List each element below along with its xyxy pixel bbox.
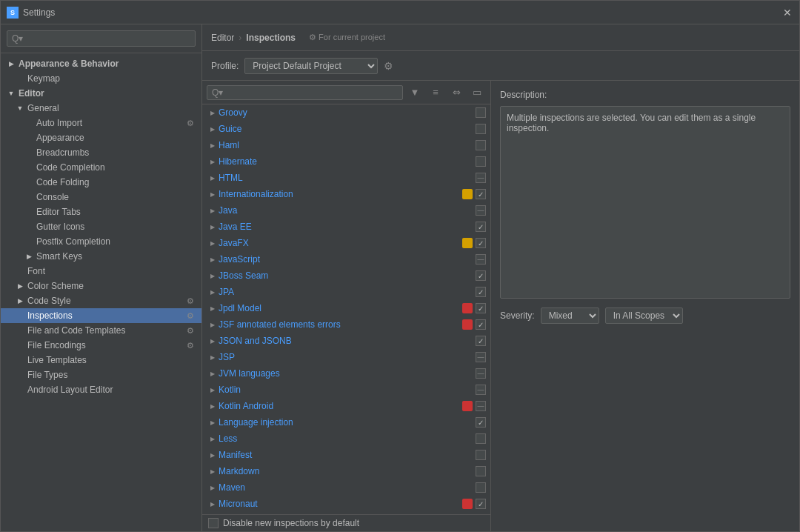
- inspection-checkbox[interactable]: [476, 352, 486, 362]
- inspection-checkbox[interactable]: [476, 238, 486, 248]
- inspection-checkbox[interactable]: [476, 270, 486, 281]
- sidebar-item-gutter-icons[interactable]: Gutter Icons: [1, 219, 201, 234]
- sidebar-item-file-code-templates[interactable]: File and Code Templates⚙: [1, 323, 201, 338]
- inspection-checkbox[interactable]: [476, 482, 486, 493]
- sidebar-item-keymap[interactable]: Keymap: [1, 71, 201, 86]
- inspection-row[interactable]: ▶Micronaut: [202, 496, 490, 512]
- collapse-all-button[interactable]: ⇔: [447, 84, 465, 101]
- breadcrumb-current: Inspections: [246, 33, 296, 43]
- inspection-checkbox[interactable]: [476, 433, 486, 444]
- tree-arrow-icon: [24, 237, 33, 246]
- inspection-row[interactable]: ▶Less: [202, 430, 490, 447]
- inspection-row[interactable]: ▶Java: [202, 202, 490, 219]
- inspection-row[interactable]: ▶Jpdl Model: [202, 300, 490, 316]
- sidebar-item-auto-import[interactable]: Auto Import⚙: [1, 116, 201, 130]
- filter-button[interactable]: ▼: [406, 84, 424, 101]
- export-button[interactable]: ▭: [468, 84, 486, 101]
- svg-text:S: S: [10, 9, 15, 16]
- description-text: Multiple inspections are selected. You c…: [507, 113, 756, 133]
- inspection-checkbox[interactable]: [476, 303, 486, 313]
- inspection-row[interactable]: ▶Kotlin: [202, 382, 490, 398]
- sidebar-item-postfix-completion[interactable]: Postfix Completion: [1, 234, 201, 249]
- inspection-row[interactable]: ▶JavaScript: [202, 251, 490, 267]
- sidebar-item-color-scheme[interactable]: Color Scheme: [1, 279, 201, 293]
- sidebar-item-breadcrumbs[interactable]: Breadcrumbs: [1, 145, 201, 160]
- sidebar-settings-icon: ⚙: [185, 340, 196, 350]
- inspection-row[interactable]: ▶JSON and JSONB: [202, 333, 490, 349]
- breadcrumb-separator: ›: [239, 33, 241, 43]
- inspection-checkbox[interactable]: [476, 417, 486, 428]
- description-panel: Description: Multiple inspections are se…: [491, 81, 799, 531]
- sidebar-item-file-types[interactable]: File Types: [1, 368, 201, 382]
- inspection-checkbox[interactable]: [476, 401, 486, 411]
- inspection-checkbox[interactable]: [476, 156, 486, 167]
- sidebar-item-code-folding[interactable]: Code Folding: [1, 175, 201, 190]
- sidebar-search-input[interactable]: [7, 30, 196, 47]
- inspection-checkbox[interactable]: [476, 173, 486, 183]
- sidebar-item-editor-tabs[interactable]: Editor Tabs: [1, 205, 201, 219]
- inspection-row[interactable]: ▶JSF annotated elements errors: [202, 316, 490, 333]
- inspection-checkbox[interactable]: [476, 368, 486, 379]
- inspection-checkbox[interactable]: [476, 466, 486, 476]
- inspection-checkbox[interactable]: [476, 319, 486, 330]
- inspection-row[interactable]: ▶Guice: [202, 121, 490, 137]
- sidebar-item-label: Code Style: [27, 296, 182, 306]
- inspection-checkbox[interactable]: [476, 254, 486, 265]
- inspection-row[interactable]: ▶Hibernate: [202, 153, 490, 170]
- inspection-checkbox[interactable]: [476, 205, 486, 216]
- severity-select[interactable]: Mixed Error Warning Info: [541, 307, 599, 324]
- sidebar: Appearance & BehaviorKeymapEditorGeneral…: [1, 24, 202, 531]
- sidebar-item-appearance-behavior[interactable]: Appearance & Behavior: [1, 56, 201, 71]
- sidebar-item-general[interactable]: General: [1, 101, 201, 116]
- sidebar-item-editor[interactable]: Editor: [1, 86, 201, 101]
- expand-all-button[interactable]: ≡: [427, 84, 444, 101]
- inspection-checkbox[interactable]: [476, 287, 486, 297]
- sidebar-item-console[interactable]: Console: [1, 190, 201, 205]
- close-button[interactable]: ✕: [781, 7, 793, 19]
- inspection-expand-icon: ▶: [208, 450, 217, 459]
- sidebar-item-appearance[interactable]: Appearance: [1, 130, 201, 145]
- sidebar-item-android-layout-editor[interactable]: Android Layout Editor: [1, 382, 201, 397]
- sidebar-item-code-style[interactable]: Code Style⚙: [1, 293, 201, 308]
- inspection-row[interactable]: ▶JPA: [202, 284, 490, 300]
- inspection-checkbox[interactable]: [476, 107, 486, 118]
- inspection-checkbox[interactable]: [476, 450, 486, 460]
- inspection-row[interactable]: ▶Haml: [202, 137, 490, 153]
- disable-new-checkbox[interactable]: [208, 518, 219, 528]
- inspection-checkbox[interactable]: [476, 140, 486, 150]
- inspection-name: Java: [219, 205, 476, 216]
- inspection-checkbox[interactable]: [476, 336, 486, 346]
- inspection-row[interactable]: ▶Markdown: [202, 463, 490, 479]
- inspection-row[interactable]: ▶Groovy: [202, 104, 490, 121]
- sidebar-item-inspections[interactable]: Inspections⚙: [1, 308, 201, 323]
- inspection-row[interactable]: ▶JavaFX: [202, 235, 490, 251]
- inspection-row[interactable]: ▶HTML: [202, 170, 490, 186]
- inspection-row[interactable]: ▶Java EE: [202, 219, 490, 235]
- inspection-checkbox[interactable]: [476, 222, 486, 232]
- inspection-row[interactable]: ▶JVM languages: [202, 365, 490, 382]
- inspection-checkbox[interactable]: [476, 499, 486, 509]
- inspection-row[interactable]: ▶Maven: [202, 479, 490, 496]
- inspection-row[interactable]: ▶JBoss Seam: [202, 267, 490, 284]
- inspection-checkbox[interactable]: [476, 124, 486, 134]
- inspection-name: JPA: [219, 287, 476, 297]
- inspection-checkbox[interactable]: [476, 189, 486, 199]
- inspection-checkbox[interactable]: [476, 385, 486, 395]
- sidebar-item-file-encodings[interactable]: File Encodings⚙: [1, 338, 201, 353]
- profile-select[interactable]: Project Default Project Default: [244, 58, 378, 74]
- sidebar-item-smart-keys[interactable]: Smart Keys: [1, 249, 201, 264]
- inspection-row[interactable]: ▶Language injection: [202, 414, 490, 430]
- tree-arrow-icon: [24, 148, 33, 157]
- inspections-search-input[interactable]: [207, 85, 403, 100]
- inspection-row[interactable]: ▶Internationalization: [202, 186, 490, 202]
- sidebar-item-label: File and Code Templates: [27, 325, 182, 336]
- main-content: Appearance & BehaviorKeymapEditorGeneral…: [1, 24, 799, 531]
- sidebar-item-code-completion[interactable]: Code Completion: [1, 160, 201, 175]
- profile-gear-icon[interactable]: ⚙: [384, 60, 393, 72]
- inspection-row[interactable]: ▶Manifest: [202, 447, 490, 463]
- inspection-row[interactable]: ▶JSP: [202, 349, 490, 365]
- inspection-row[interactable]: ▶Kotlin Android: [202, 398, 490, 414]
- sidebar-item-live-templates[interactable]: Live Templates: [1, 353, 201, 368]
- sidebar-item-font[interactable]: Font: [1, 264, 201, 279]
- scope-select[interactable]: In All Scopes In Tests Only: [605, 307, 683, 324]
